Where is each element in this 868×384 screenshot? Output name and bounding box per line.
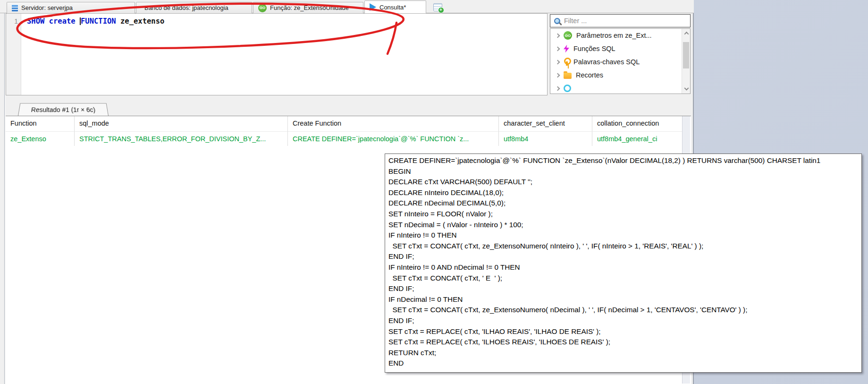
scroll-up-button[interactable]	[682, 29, 691, 37]
tab-label: Função: ze_ExtensoUnidade	[270, 4, 349, 11]
tooltip-line: SET nInteiro = FLOOR( nValor );	[388, 209, 858, 220]
tooltip-line: END IF;	[388, 251, 858, 262]
window-left-frame	[4, 13, 5, 384]
history-icon	[564, 85, 571, 92]
tooltip-line: SET nDecimal = ( nValor - nInteiro ) * 1…	[388, 220, 858, 230]
tooltip-line: DECLARE nInteiro DECIMAL(18,0);	[388, 188, 858, 198]
tree-item[interactable]	[550, 82, 690, 94]
column-header-create-function[interactable]: Create Function	[288, 116, 499, 132]
new-query-tab-button[interactable]	[431, 2, 444, 13]
sql-keyword: FUNCTION	[81, 17, 116, 26]
tooltip-line: IF nInteiro != 0 AND nDecimal != 0 THEN	[388, 262, 858, 273]
tooltip-line: END	[388, 358, 858, 369]
chevron-right-icon[interactable]	[556, 73, 560, 77]
tooltip-line: SET cTxt = CONCAT( cTxt, ' E ' );	[388, 273, 858, 284]
column-header-function[interactable]: Function	[6, 116, 75, 132]
tab-fun-o-ze-extensounidade[interactable]: GOFunção: ze_ExtensoUnidade	[253, 2, 363, 13]
chevron-right-icon[interactable]	[556, 33, 560, 38]
folder-icon	[564, 73, 572, 79]
tooltip-line: SET cTxt = CONCAT( cTxt, ze_ExtensoNumer…	[388, 241, 858, 252]
tooltip-line: END IF;	[388, 283, 858, 294]
tooltip-line: CREATE DEFINER=`jpatecnologia`@`%` FUNCT…	[388, 155, 858, 166]
tree-item-par-metros-em-ze-ext[interactable]: GOParâmetros em ze_Ext...	[550, 29, 690, 42]
cell-character-set-client[interactable]: utf8mb4	[499, 132, 592, 146]
tooltip-line: END IF;	[388, 316, 858, 326]
new-query-tab-icon	[433, 3, 442, 11]
tree-items: GOParâmetros em ze_Ext...Funções SQLPala…	[550, 29, 690, 94]
cell-function[interactable]: ze_Extenso	[6, 132, 75, 146]
scrollbar-thumb[interactable]	[683, 42, 689, 68]
server-icon	[12, 4, 18, 12]
tooltip-line: BEGIN	[388, 166, 858, 177]
grid-data-row[interactable]: ze_ExtensoSTRICT_TRANS_TABLES,ERROR_FOR_…	[6, 132, 682, 146]
tooltip-line: IF nInteiro != 0 THEN	[388, 230, 858, 241]
tree-item-recortes[interactable]: Recortes	[550, 68, 690, 82]
chevron-right-icon[interactable]	[556, 86, 560, 91]
sql-editor[interactable]: 1 SHOW create FUNCTION ze_extenso	[6, 13, 548, 95]
tab-label: Servidor: serverjpa	[21, 4, 73, 11]
play-icon	[370, 3, 376, 11]
chevron-up-icon	[684, 31, 689, 36]
sql-code-line[interactable]: SHOW create FUNCTION ze_extenso	[27, 17, 164, 26]
tooltip-line: SET cTxt = CONCAT( cTxt, ze_ExtensoNumer…	[388, 305, 858, 316]
create-function-tooltip: CREATE DEFINER=`jpatecnologia`@`%` FUNCT…	[385, 154, 862, 373]
sql-keyword: SHOW create	[27, 17, 80, 26]
go-icon: GO	[258, 4, 267, 12]
tree-item-palavras-chaves-sql[interactable]: Palavras-chaves SQL	[550, 55, 690, 68]
tab-label: Consulta*	[379, 4, 406, 11]
column-header-sql-mode[interactable]: sql_mode	[75, 116, 288, 132]
column-header-collation-connection[interactable]: collation_connection	[592, 116, 682, 132]
lightning-icon	[564, 45, 569, 53]
tab-consulta[interactable]: Consulta*	[364, 0, 426, 13]
tab-banco-de-dados-jpatecnologia[interactable]: Banco de dados: jpatecnologia	[136, 2, 252, 13]
tooltip-line: SET cTxt = REPLACE( cTxt, 'ILHAO REAIS',…	[388, 326, 858, 337]
tab-servidor-serverjpa[interactable]: Servidor: serverjpa	[7, 2, 135, 13]
tree-scrollbar[interactable]	[682, 29, 690, 94]
tree-item-label: Funções SQL	[573, 45, 615, 52]
column-header-character-set-client[interactable]: character_set_client	[499, 116, 592, 132]
tooltip-line: DECLARE nDecimal DECIMAL(5,0);	[388, 198, 858, 209]
tooltip-line: SET cTxt = REPLACE( cTxt, 'ILHOES REAIS'…	[388, 337, 858, 348]
tree-item-fun-es-sql[interactable]: Funções SQL	[550, 42, 690, 55]
tree-item-label: Recortes	[576, 71, 603, 79]
tab-label: Banco de dados: jpatecnologia	[144, 4, 228, 11]
tree-item-label: Parâmetros em ze_Ext...	[576, 32, 652, 39]
grid-header-row: Functionsql_modeCreate Functioncharacter…	[6, 116, 682, 132]
cell-collation-connection[interactable]: utf8mb4_general_ci	[592, 132, 682, 146]
tooltip-line: DECLARE cTxt VARCHAR(500) DEFAULT '';	[388, 177, 858, 188]
tooltip-line: IF nDecimal != 0 THEN	[388, 294, 858, 305]
chevron-right-icon[interactable]	[556, 60, 560, 64]
sql-identifier: ze_extenso	[116, 17, 165, 26]
editor-gutter: 1	[6, 14, 21, 95]
result-tab-label: Resultado #1 (1r × 6c)	[31, 106, 96, 113]
result-tab[interactable]: Resultado #1 (1r × 6c)	[18, 103, 109, 116]
go-icon: GO	[564, 31, 572, 40]
tooltip-line: RETURN cTxt;	[388, 348, 858, 358]
cell-sql-mode[interactable]: STRICT_TRANS_TABLES,ERROR_FOR_DIVISION_B…	[75, 132, 288, 146]
filter-input[interactable]: Filter ...	[550, 14, 691, 27]
cell-create-function[interactable]: CREATE DEFINER=`jpatecnologia`@`%` FUNCT…	[288, 132, 499, 146]
filter-placeholder: Filter ...	[564, 17, 587, 25]
helpers-tree: GOParâmetros em ze_Ext...Funções SQLPala…	[550, 28, 691, 94]
tab-bar: Servidor: serverjpaBanco de dados: jpate…	[0, 0, 694, 13]
line-number: 1	[14, 17, 18, 25]
chevron-down-icon	[684, 85, 689, 90]
scroll-down-button[interactable]	[682, 85, 691, 94]
key-icon	[564, 58, 569, 66]
tree-item-label: Palavras-chaves SQL	[573, 58, 640, 66]
chevron-right-icon[interactable]	[556, 46, 560, 51]
search-icon	[554, 18, 560, 24]
